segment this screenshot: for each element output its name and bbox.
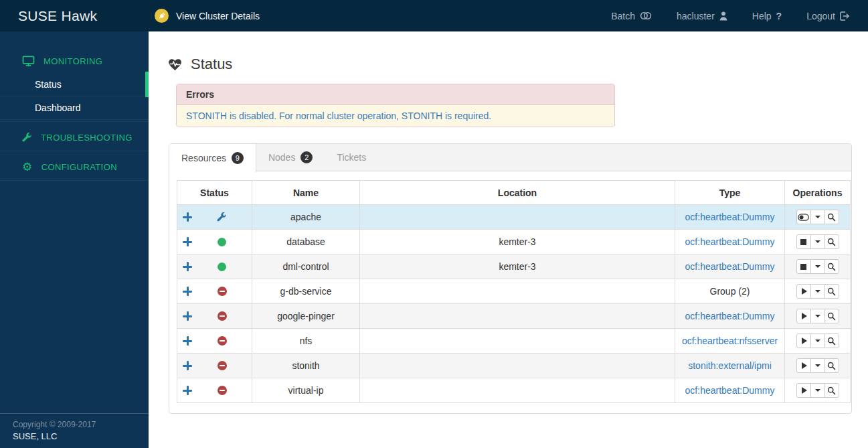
search-icon: [827, 263, 836, 271]
column-header-location: Location: [360, 181, 675, 205]
dropdown-toggle-button[interactable]: [810, 210, 825, 224]
play-icon: [802, 288, 807, 295]
details-button[interactable]: [824, 234, 839, 249]
sidebar-section-troubleshooting: TROUBLESHOOTING: [0, 126, 149, 151]
heartbeat-icon: [167, 58, 183, 72]
cluster-details-link[interactable]: View Cluster Details: [155, 9, 260, 23]
sidebar-section-configuration-header[interactable]: ⚙CONFIGURATION: [0, 155, 149, 179]
sidebar-section-monitoring-header[interactable]: MONITORING: [0, 49, 149, 73]
maintenance-status-icon: [217, 212, 227, 222]
tab-tickets[interactable]: Tickets: [325, 144, 378, 171]
operations-cell: [785, 279, 851, 304]
dropdown-toggle-button[interactable]: [810, 333, 825, 348]
dropdown-toggle-button[interactable]: [810, 284, 825, 299]
tab-count-badge: 9: [232, 152, 244, 164]
expand-plus-icon[interactable]: [183, 262, 192, 271]
stopped-status-icon: [218, 386, 227, 395]
operations-cell: [785, 230, 851, 254]
start-button[interactable]: [796, 284, 811, 299]
stop-icon: [800, 264, 806, 270]
start-button[interactable]: [796, 309, 811, 323]
plug-icon: [155, 9, 169, 23]
resource-type-link[interactable]: ocf:heartbeat:Dummy: [685, 311, 775, 321]
dropdown-toggle-button[interactable]: [810, 234, 825, 249]
dropdown-toggle-button[interactable]: [810, 383, 825, 398]
sidebar-item-label: Dashboard: [35, 102, 81, 113]
resource-location: kemter-3: [360, 230, 675, 254]
dropdown-toggle-button[interactable]: [810, 358, 825, 373]
details-button[interactable]: [824, 259, 839, 274]
topnav-label: Batch: [611, 11, 635, 21]
running-status-icon: [218, 263, 226, 271]
status-cell: [177, 205, 252, 230]
batch-toggle-icon: [640, 11, 652, 20]
details-button[interactable]: [824, 309, 839, 323]
resource-location: [360, 329, 675, 354]
dropdown-toggle-button[interactable]: [810, 259, 825, 274]
details-button[interactable]: [824, 210, 839, 224]
search-icon: [827, 386, 836, 395]
sidebar-item-dashboard[interactable]: Dashboard: [0, 96, 149, 120]
topnav-help[interactable]: Help?: [752, 11, 782, 21]
start-button[interactable]: [796, 383, 811, 398]
expand-plus-icon[interactable]: [183, 336, 192, 346]
expand-plus-icon[interactable]: [183, 386, 192, 395]
topnav-batch[interactable]: Batch: [611, 11, 652, 21]
user-icon: [719, 11, 727, 21]
expand-plus-icon[interactable]: [183, 361, 192, 370]
resource-type-link[interactable]: ocf:heartbeat:Dummy: [685, 212, 775, 222]
topnav-hacluster[interactable]: hacluster: [677, 11, 727, 21]
column-header-name: Name: [252, 181, 360, 205]
resource-location: [360, 304, 675, 329]
search-icon: [827, 238, 836, 246]
resource-row: nfs ocf:heartbeat:nfsserver: [177, 329, 851, 354]
start-button[interactable]: [796, 333, 811, 348]
expand-plus-icon[interactable]: [183, 287, 192, 296]
resource-type-link[interactable]: ocf:heartbeat:nfsserver: [682, 335, 778, 346]
stop-button[interactable]: [796, 234, 811, 249]
sidebar-item-status[interactable]: Status: [0, 73, 149, 96]
resource-type-link[interactable]: ocf:heartbeat:Dummy: [685, 236, 775, 247]
sidebar-section-troubleshooting-header[interactable]: TROUBLESHOOTING: [0, 126, 149, 149]
topnav-logout[interactable]: Logout: [806, 11, 850, 21]
type-cell: ocf:heartbeat:Dummy: [675, 205, 785, 230]
resource-row: dml-control kemter-3 ocf:heartbeat:Dummy: [177, 254, 851, 279]
app-header: SUSE Hawk View Cluster Details Batchhacl…: [0, 0, 868, 31]
details-button[interactable]: [824, 383, 839, 398]
caret-down-icon: [815, 389, 820, 392]
status-cell: [177, 254, 252, 279]
dropdown-toggle-button[interactable]: [810, 309, 825, 323]
type-cell: Group (2): [675, 279, 785, 304]
toggle-button[interactable]: [796, 210, 811, 224]
column-header-type: Type: [675, 181, 785, 205]
caret-down-icon: [815, 240, 820, 243]
resource-name: virtual-ip: [252, 378, 360, 403]
status-cell: [177, 230, 252, 254]
resource-type-link[interactable]: stonith:external/ipmi: [688, 360, 772, 371]
company-text: SUSE, LLC: [13, 431, 136, 441]
tab-count-badge: 2: [300, 151, 313, 163]
stonith-warning-link[interactable]: STONITH is disabled. For normal cluster …: [186, 110, 491, 121]
errors-panel: Errors STONITH is disabled. For normal c…: [176, 84, 615, 127]
resource-name: nfs: [252, 329, 360, 354]
tab-nodes[interactable]: Nodes2: [256, 144, 325, 171]
start-button[interactable]: [796, 358, 811, 373]
play-icon: [802, 338, 807, 344]
details-button[interactable]: [824, 333, 839, 348]
type-cell: ocf:heartbeat:nfsserver: [675, 329, 785, 354]
expand-plus-icon[interactable]: [183, 237, 192, 246]
sidebar: MONITORINGStatusDashboardTROUBLESHOOTING…: [0, 31, 149, 448]
caret-down-icon: [815, 216, 820, 218]
tab-resources[interactable]: Resources9: [169, 144, 256, 172]
resource-type-link[interactable]: ocf:heartbeat:Dummy: [685, 261, 775, 272]
expand-plus-icon[interactable]: [183, 212, 192, 222]
expand-plus-icon[interactable]: [183, 311, 192, 321]
resource-location: [360, 205, 675, 230]
resource-type-link[interactable]: ocf:heartbeat:Dummy: [685, 385, 775, 396]
details-button[interactable]: [824, 284, 839, 299]
caret-down-icon: [815, 364, 820, 367]
search-icon: [827, 287, 836, 296]
details-button[interactable]: [824, 358, 839, 373]
status-cell: [177, 279, 252, 304]
stop-button[interactable]: [796, 259, 811, 274]
